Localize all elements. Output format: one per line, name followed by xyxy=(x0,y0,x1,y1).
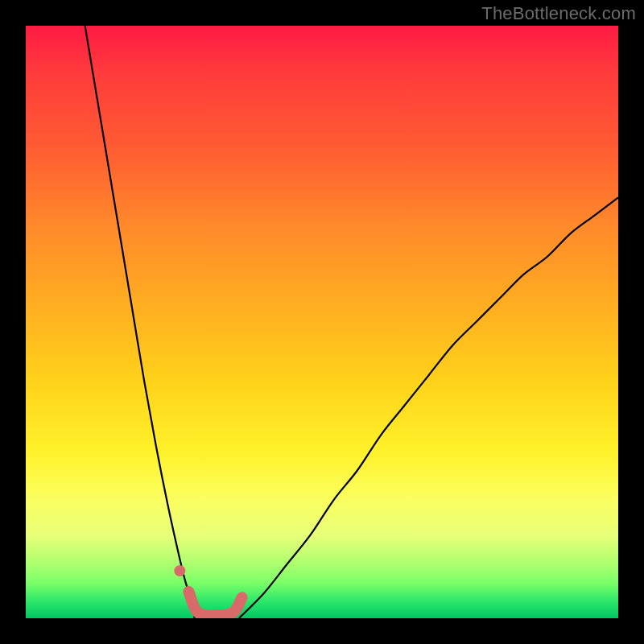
plot-area xyxy=(26,26,618,618)
left-descending-curve xyxy=(85,26,195,618)
chart-frame: TheBottleneck.com xyxy=(0,0,644,644)
watermark-text: TheBottleneck.com xyxy=(481,3,636,24)
curves-svg xyxy=(26,26,618,618)
bottom-marker-cluster xyxy=(188,592,242,616)
right-ascending-curve xyxy=(239,197,618,618)
isolated-dot xyxy=(174,565,185,576)
